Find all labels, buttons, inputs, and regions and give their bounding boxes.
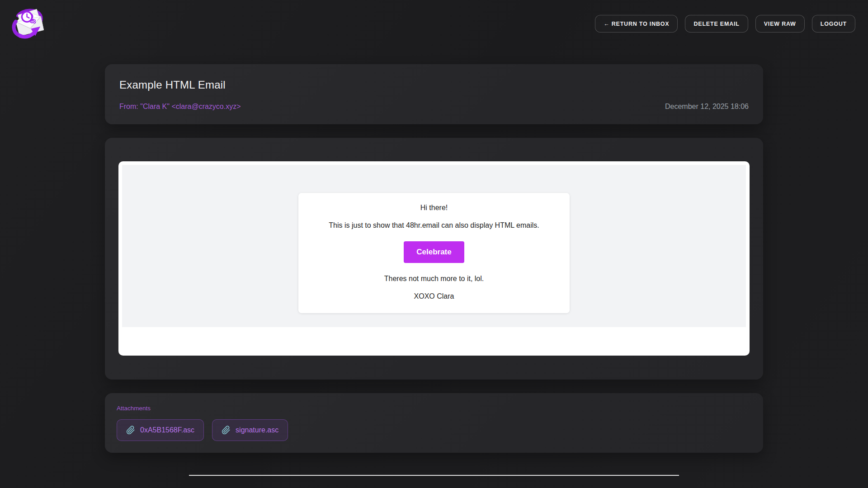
header-actions: ← RETURN TO INBOX DELETE EMAIL VIEW RAW … — [595, 15, 855, 33]
attachments-card: Attachments 0xA5B1568F.asc signature.asc — [105, 393, 763, 453]
app-logo-icon[interactable]: 48 — [10, 5, 46, 40]
paperclip-icon — [126, 426, 135, 435]
return-to-inbox-button[interactable]: ← RETURN TO INBOX — [595, 15, 678, 33]
celebrate-button[interactable]: Celebrate — [404, 241, 464, 263]
delete-email-button[interactable]: DELETE EMAIL — [685, 15, 748, 33]
email-date: December 12, 2025 18:06 — [665, 103, 749, 111]
svg-text:48: 48 — [30, 19, 36, 25]
main-content: Example HTML Email From: "Clara K" <clar… — [105, 64, 763, 476]
attachment-chip[interactable]: 0xA5B1568F.asc — [117, 419, 204, 441]
email-subject: Example HTML Email — [119, 79, 749, 91]
attachments-label: Attachments — [117, 405, 751, 412]
attachments-list: 0xA5B1568F.asc signature.asc — [117, 419, 751, 441]
attachment-chip[interactable]: signature.asc — [212, 419, 288, 441]
attachment-name: signature.asc — [236, 426, 278, 434]
email-body-card: Hi there! This is just to show that 48hr… — [105, 138, 763, 380]
view-raw-button[interactable]: VIEW RAW — [755, 15, 805, 33]
email-greeting: Hi there! — [307, 204, 561, 212]
email-meta-card: Example HTML Email From: "Clara K" <clar… — [105, 64, 763, 124]
email-line2: Theres not much more to it, lol. — [307, 275, 561, 283]
email-html-frame: Hi there! This is just to show that 48hr… — [118, 161, 750, 356]
email-line1: This is just to show that 48hr.email can… — [307, 221, 561, 230]
paperclip-icon — [222, 426, 231, 435]
footer-divider — [189, 475, 679, 476]
logout-button[interactable]: LOGOUT — [812, 15, 855, 33]
email-signoff: XOXO Clara — [307, 292, 561, 300]
email-meta-row: From: "Clara K" <clara@crazyco.xyz> Dece… — [119, 103, 749, 111]
email-rendered-body: Hi there! This is just to show that 48hr… — [122, 165, 746, 327]
email-from: From: "Clara K" <clara@crazyco.xyz> — [119, 103, 241, 111]
top-bar: 48 ← RETURN TO INBOX DELETE EMAIL VIEW R… — [0, 0, 868, 43]
email-message-panel: Hi there! This is just to show that 48hr… — [298, 193, 570, 313]
attachment-name: 0xA5B1568F.asc — [140, 426, 194, 434]
